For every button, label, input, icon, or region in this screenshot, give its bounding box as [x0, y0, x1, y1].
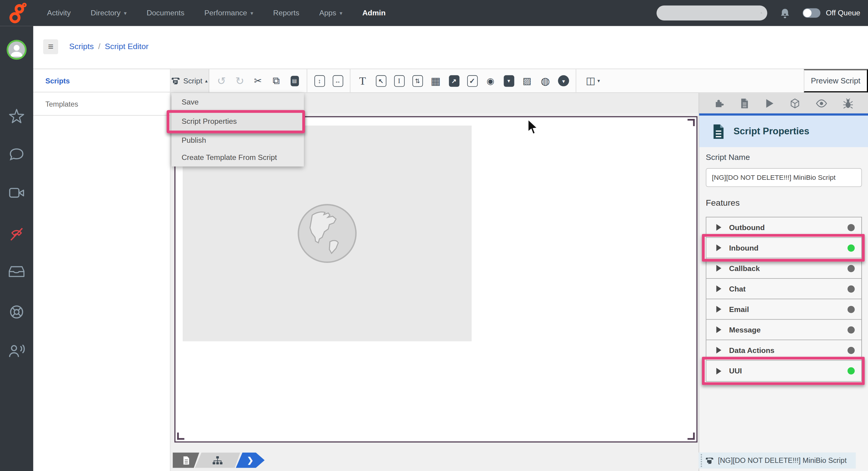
toolbar-divider	[576, 69, 576, 93]
puzzle-icon[interactable]	[713, 98, 724, 109]
preview-script-button[interactable]: Preview Script	[804, 69, 868, 93]
expand-triangle-icon[interactable]	[716, 265, 721, 272]
chevron-up-icon: ▴	[205, 78, 207, 83]
selection-corner-icon	[687, 119, 695, 126]
menu-item-create-template[interactable]: Create Template From Script	[172, 149, 304, 167]
paste-icon[interactable]: ▤	[288, 76, 301, 86]
menu-hamburger-icon[interactable]: ≡	[43, 39, 58, 54]
feature-row-outbound[interactable]: Outbound	[707, 217, 861, 238]
menu-item-script-properties[interactable]: Script Properties	[172, 112, 304, 131]
chevron-down-icon: ▾	[250, 10, 253, 16]
toggle-knob	[803, 9, 812, 17]
expand-triangle-icon[interactable]	[716, 244, 721, 251]
feature-row-callback[interactable]: Callback	[707, 258, 861, 279]
vertical-resize-icon[interactable]: ↕	[313, 75, 326, 87]
breadcrumb-scripts[interactable]: Scripts	[69, 42, 94, 51]
breadcrumb-script-editor[interactable]: Script Editor	[105, 42, 149, 51]
feature-row-uui[interactable]: UUI	[707, 361, 861, 381]
script-dropdown-menu: Save Script Properties Publish Create Te…	[172, 93, 304, 167]
queue-toggle[interactable]	[803, 8, 820, 18]
spinner-component-icon[interactable]: ⇅	[411, 75, 424, 87]
chat-bubble-icon[interactable]	[0, 147, 33, 163]
selection-corner-icon	[177, 433, 184, 440]
expand-triangle-icon[interactable]	[716, 306, 721, 312]
text-component-icon[interactable]: T	[356, 74, 369, 87]
script-chip[interactable]: [NG][DO NOT DELETE!!!] MiniBio Script	[699, 452, 856, 468]
phone-disabled-icon[interactable]	[0, 226, 33, 242]
mouse-cursor	[527, 119, 538, 136]
feature-row-message[interactable]: Message	[707, 320, 861, 340]
genesys-logo-icon	[8, 2, 27, 24]
link-component-icon[interactable]: ↗	[448, 75, 460, 87]
expand-triangle-icon[interactable]	[716, 368, 721, 374]
feature-row-data-actions[interactable]: Data Actions	[707, 340, 861, 361]
nav-activity[interactable]: Activity	[47, 9, 71, 17]
nav-apps[interactable]: Apps▾	[319, 9, 342, 17]
document-icon[interactable]	[739, 98, 749, 109]
inbox-icon[interactable]	[0, 265, 33, 278]
cube-icon[interactable]	[789, 98, 801, 109]
menu-item-save[interactable]: Save	[172, 93, 304, 112]
nav-admin[interactable]: Admin	[362, 9, 385, 17]
nav-directory[interactable]: Directory▾	[91, 9, 127, 17]
nav-documents[interactable]: Documents	[147, 9, 184, 17]
status-dot	[847, 306, 855, 313]
expand-triangle-icon[interactable]	[716, 285, 721, 292]
features-label: Features	[706, 198, 740, 208]
user-avatar[interactable]	[0, 40, 33, 60]
feature-label: Email	[729, 305, 749, 313]
feature-label: Outbound	[729, 223, 765, 232]
horizontal-resize-icon[interactable]: ↔	[332, 75, 344, 87]
script-properties-icon	[711, 123, 726, 140]
input-component-icon[interactable]: I	[393, 75, 405, 87]
undo-icon[interactable]: ↺	[215, 74, 227, 87]
global-search	[656, 5, 767, 21]
script-properties-panel: Script Properties Script Name Features O…	[699, 93, 868, 471]
bug-icon[interactable]	[843, 98, 854, 109]
status-dot	[847, 265, 855, 272]
nav-performance[interactable]: Performance▾	[204, 9, 253, 17]
feature-label: Data Actions	[729, 346, 775, 355]
feature-row-email[interactable]: Email	[707, 299, 861, 320]
cut-icon[interactable]: ✂	[252, 75, 264, 87]
image-component-icon[interactable]: ▨	[521, 75, 533, 87]
flow-tab[interactable]	[195, 452, 241, 468]
status-dot	[847, 285, 855, 293]
play-icon[interactable]	[764, 98, 774, 109]
sidebar-item-templates[interactable]: Templates	[33, 93, 170, 115]
favorites-star-icon[interactable]	[0, 108, 33, 124]
feature-label: Inbound	[729, 244, 758, 252]
expand-triangle-icon[interactable]	[716, 224, 721, 231]
menu-item-publish[interactable]: Publish	[172, 132, 304, 149]
cockpit-lifering-icon[interactable]	[0, 304, 33, 320]
agent-speaking-icon[interactable]	[0, 343, 33, 360]
search-icon[interactable]	[761, 8, 763, 18]
radio-component-icon[interactable]: ◉	[484, 76, 496, 86]
checkbox-component-icon[interactable]: ✓	[466, 75, 478, 87]
script-chip-label: [NG][DO NOT DELETE!!!] MiniBio Script	[718, 456, 846, 465]
sidebar-item-scripts[interactable]: Scripts	[33, 69, 170, 93]
expand-triangle-icon[interactable]	[716, 327, 721, 333]
eye-icon[interactable]	[815, 98, 828, 108]
script-menu-button[interactable]: Script ▴	[170, 69, 210, 93]
notifications-bell-icon[interactable]	[779, 7, 790, 19]
status-dot	[847, 347, 855, 354]
script-name-input[interactable]	[706, 168, 862, 187]
collapse-component-icon[interactable]: ▾	[558, 75, 569, 87]
redo-icon[interactable]: ↻	[234, 74, 246, 87]
feature-row-inbound[interactable]: Inbound	[707, 238, 861, 258]
dropdown-component-icon[interactable]: ▼	[503, 75, 515, 87]
nav-reports[interactable]: Reports	[273, 9, 299, 17]
search-input[interactable]	[656, 9, 761, 17]
feature-label: Chat	[729, 284, 746, 293]
button-component-icon[interactable]: ↖	[375, 75, 387, 87]
drag-handle-icon[interactable]	[700, 453, 702, 467]
video-icon[interactable]	[0, 187, 33, 200]
calendar-component-icon[interactable]: ▦	[430, 74, 441, 87]
breadcrumb-separator: /	[98, 42, 100, 51]
layout-picker-icon[interactable]: ◫▾	[582, 75, 603, 87]
copy-icon[interactable]: ⧉	[270, 75, 282, 87]
feature-row-chat[interactable]: Chat	[707, 279, 861, 299]
web-component-icon[interactable]: ◍	[539, 74, 551, 87]
expand-triangle-icon[interactable]	[716, 347, 721, 354]
